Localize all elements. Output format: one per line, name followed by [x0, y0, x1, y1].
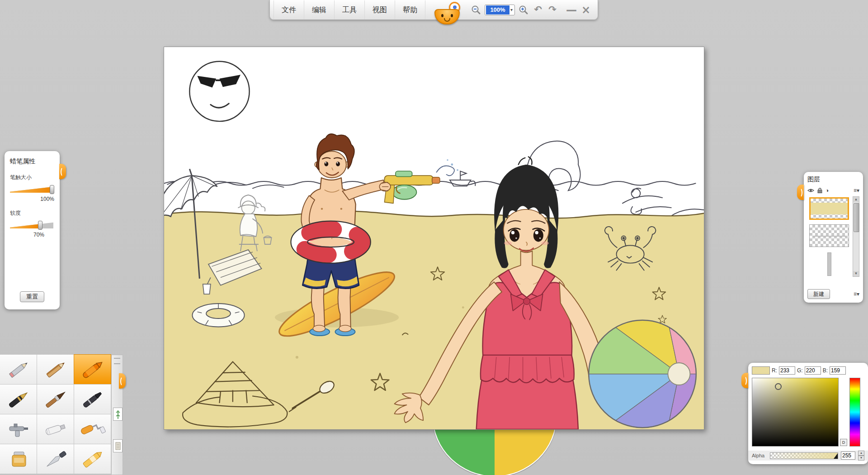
brush-size-label: 笔触大小 [10, 174, 54, 181]
menu-tools[interactable]: 工具 [335, 0, 365, 19]
r-label: R: [772, 367, 777, 374]
layer-list: ▲ ▼ [807, 196, 859, 277]
tool-airbrush[interactable] [0, 414, 37, 444]
tool-paint-jar[interactable] [0, 444, 37, 474]
strip-grip[interactable] [114, 358, 120, 364]
zoom-dropdown-caret[interactable]: ▾ [509, 7, 514, 12]
scroll-down-arrow[interactable]: ▼ [853, 271, 859, 276]
g-label: G: [797, 367, 803, 374]
beach-ball [589, 320, 696, 428]
g-input[interactable] [805, 366, 821, 375]
alpha-slider-handle[interactable] [834, 453, 838, 459]
current-color-swatch[interactable] [752, 366, 770, 375]
alpha-slider[interactable] [770, 452, 838, 459]
softness-slider[interactable] [10, 221, 54, 230]
tool-crayon[interactable] [74, 354, 111, 385]
softness-value: 70% [10, 232, 54, 239]
layer-list-groove [827, 252, 831, 276]
new-layer-button[interactable]: 新建 [807, 289, 830, 299]
app-window: { "toolbar": { "menus": [ {"label": "文件"… [0, 0, 868, 475]
scrollbar-thumb[interactable] [854, 203, 859, 232]
zoom-level-field: ▾ [485, 5, 515, 15]
tool-paint-brush[interactable] [37, 384, 74, 414]
close-button[interactable]: × [579, 2, 593, 18]
b-label: B: [823, 367, 828, 374]
menu-file[interactable]: 文件 [274, 0, 304, 19]
panel-collapse-handle[interactable] [59, 164, 66, 179]
softness-slider-handle[interactable] [38, 221, 42, 230]
color-picker-panel: R: G: B: D Alpha ▲ ▼ [748, 363, 868, 464]
zoom-input[interactable] [486, 5, 509, 14]
tool-colored-pencil[interactable] [37, 354, 74, 385]
palette-collapse-handle[interactable] [119, 373, 126, 389]
redo-icon: ↷ [548, 5, 557, 14]
tool-palette [0, 355, 123, 475]
tool-grid [0, 355, 111, 474]
visibility-eye-icon[interactable] [807, 188, 814, 193]
layer-item-1[interactable] [809, 197, 849, 220]
mascot-slot [425, 0, 469, 20]
minimize-button[interactable]: — [564, 2, 579, 18]
scroll-tool-icon[interactable] [113, 439, 123, 452]
tool-paint-roller[interactable] [74, 414, 111, 444]
menu-edit[interactable]: 编辑 [304, 0, 335, 19]
reset-button[interactable]: 重置 [20, 291, 44, 302]
tool-oil-pastel[interactable] [74, 444, 111, 474]
layer-item-2[interactable] [809, 224, 849, 247]
layer-1-content [811, 203, 848, 214]
layers-toolbar: ◑ ≡▾ [807, 186, 859, 195]
tool-palette-knife[interactable] [37, 444, 74, 474]
zoom-out-button[interactable] [469, 2, 483, 18]
layers-panel: 图层 ◑ ≡▾ ▲ ▼ 新建 ≡▾ [804, 172, 863, 303]
minimize-icon: — [566, 5, 577, 15]
scroll-up-arrow[interactable]: ▲ [853, 197, 859, 202]
layers-panel-title: 图层 [807, 176, 859, 184]
tool-paint-tube[interactable] [37, 414, 74, 444]
saturation-value-box[interactable] [752, 378, 839, 446]
r-input[interactable] [779, 366, 795, 375]
mascot-face-icon[interactable] [434, 9, 460, 24]
main-toolbar: 文件 编辑 工具 视图 帮助 ▾ ↶ ↷ — × [269, 0, 598, 20]
alpha-input[interactable] [841, 451, 855, 460]
lock-icon[interactable] [817, 188, 822, 193]
drawing-canvas[interactable] [164, 47, 704, 430]
sv-cursor[interactable] [775, 383, 782, 390]
zoom-in-button[interactable] [516, 2, 531, 18]
layers-collapse-handle[interactable] [797, 185, 804, 200]
undo-icon: ↶ [534, 5, 542, 14]
hue-strip[interactable] [849, 378, 860, 446]
palette-side-strip [111, 355, 123, 475]
default-color-button[interactable]: D [840, 439, 847, 446]
tool-marker-pen[interactable] [74, 384, 111, 414]
blend-mode-icon[interactable]: ◑ [826, 187, 829, 194]
close-icon: × [581, 5, 590, 15]
redo-button[interactable]: ↷ [545, 2, 560, 18]
layer-options-icon[interactable]: ≡▾ [854, 291, 859, 297]
brush-size-value: 100% [10, 196, 54, 203]
softness-label: 软度 [10, 209, 54, 217]
alpha-row: Alpha ▲ ▼ [748, 451, 868, 461]
beach-scene-artwork [164, 47, 704, 429]
magnifier-minus-icon [471, 5, 481, 15]
crayon-properties-panel: 蜡笔属性 笔触大小 100% 软度 70% 重置 [5, 151, 60, 309]
crayon-panel-title: 蜡笔属性 [10, 157, 54, 166]
b-input[interactable] [830, 366, 846, 375]
tool-pencil[interactable] [0, 354, 37, 385]
magnifier-plus-icon [519, 5, 528, 15]
layers-scrollbar[interactable]: ▲ ▼ [853, 196, 859, 277]
menu-help[interactable]: 帮助 [395, 0, 425, 19]
sun [189, 62, 249, 121]
tool-fountain-pen[interactable] [0, 384, 37, 414]
brush-size-slider[interactable] [10, 185, 54, 194]
alpha-spinner[interactable]: ▲ ▼ [858, 451, 864, 461]
spinner-down-icon[interactable]: ▼ [858, 456, 864, 461]
spinner-up-icon[interactable]: ▲ [858, 451, 864, 456]
alpha-label: Alpha [752, 453, 767, 458]
color-collapse-handle[interactable] [741, 373, 748, 388]
bamboo-brush-icon[interactable] [113, 408, 123, 421]
undo-button[interactable]: ↶ [531, 2, 545, 18]
layers-menu-icon[interactable]: ≡▾ [854, 187, 859, 194]
brush-size-slider-handle[interactable] [50, 185, 54, 194]
menu-view[interactable]: 视图 [365, 0, 395, 19]
